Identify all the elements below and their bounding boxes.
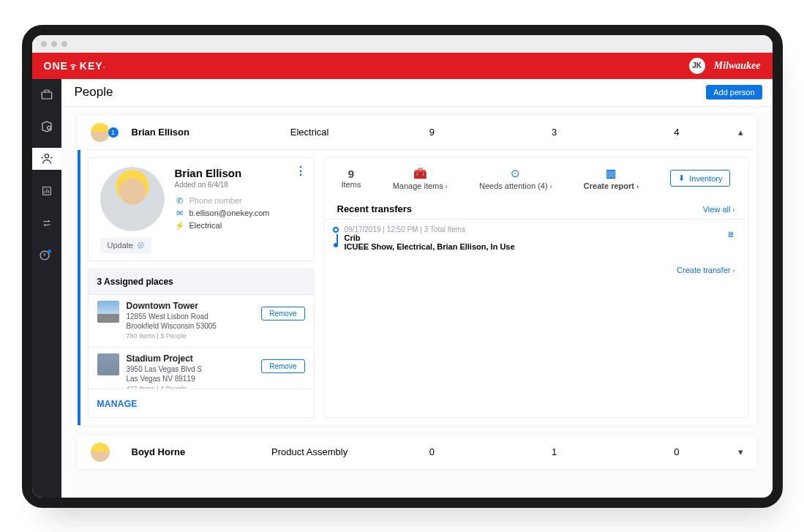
svg-point-0: [72, 68, 74, 70]
timeline-dot-icon: [334, 243, 338, 247]
inventory-button[interactable]: ⬇Inventory: [670, 170, 730, 187]
topbar: ONE KEY. JK Milwaukee: [32, 53, 773, 79]
manage-places-link[interactable]: MANAGE: [97, 399, 138, 409]
sidebar-item-alerts[interactable]: [32, 244, 61, 266]
collapse-icon[interactable]: ▴: [738, 127, 743, 138]
place-meta: 477 Items | 4 People: [127, 385, 187, 388]
person-dept: Product Assembly: [249, 446, 371, 457]
more-menu-icon[interactable]: ⋮: [295, 164, 307, 178]
place-row: Downtown Tower 12855 West Lisbon Road Br…: [89, 295, 314, 348]
page-title: People: [75, 85, 113, 100]
profile-trade: Electrical: [189, 221, 222, 230]
window-dot: [41, 41, 47, 47]
avatar: [91, 123, 110, 142]
window-dot: [51, 41, 57, 47]
sidebar-item-transfers[interactable]: [32, 212, 61, 234]
assigned-places-heading: 3 Assigned places: [89, 269, 314, 295]
items-label: Items: [342, 180, 361, 189]
items-stat: 9 Items: [342, 168, 361, 189]
milwaukee-logo: Milwaukee: [714, 60, 761, 72]
sidebar: [32, 79, 61, 498]
alert-icon: ⊙: [479, 167, 552, 180]
avatar: [91, 443, 110, 462]
briefcase-icon: 🧰: [393, 167, 448, 180]
sidebar-item-people[interactable]: [32, 148, 61, 170]
window-dot: [61, 41, 67, 47]
place-address-2: Las Vegas NV 89119: [127, 375, 195, 383]
document-icon[interactable]: 🗎: [727, 230, 735, 239]
profile-name: Brian Ellison: [175, 167, 270, 179]
person-stat-3: 0: [615, 446, 737, 457]
recent-transfers-heading: Recent transfers: [337, 203, 413, 214]
create-transfer-link[interactable]: Create transfer ›: [677, 266, 735, 274]
place-name: Stadium Project: [127, 353, 255, 365]
svg-point-3: [45, 154, 48, 157]
wifi-icon: [69, 61, 78, 70]
person-card-expanded: 1 Brian Ellison Electrical 9 3 4 ▴ ⋮: [78, 116, 756, 425]
expand-icon[interactable]: ▾: [738, 446, 743, 457]
email-icon: ✉: [175, 209, 185, 218]
needs-attention-link[interactable]: ⊙ Needs attention (4) ›: [479, 167, 552, 190]
place-address-1: 12855 West Lisbon Road: [127, 312, 208, 321]
phone-icon: ✆: [175, 196, 185, 206]
place-thumbnail: [97, 301, 119, 323]
transfer-detail: ICUEE Show, Electrical, Brian Ellison, I…: [345, 242, 735, 251]
profile-avatar: [100, 167, 165, 231]
view-all-link[interactable]: View all ›: [703, 205, 735, 214]
person-stat-3: 4: [615, 127, 737, 138]
update-button[interactable]: Update⦾: [100, 238, 151, 253]
transfer-meta: 09/17/2019 | 12:50 PM | 3 Total Items: [345, 225, 735, 233]
page-header: People Add person: [61, 79, 773, 107]
download-icon: ⬇: [678, 173, 685, 183]
person-dept: Electrical: [249, 127, 371, 138]
svg-point-2: [47, 126, 50, 130]
person-stat-1: 0: [371, 446, 493, 457]
place-name: Downtown Tower: [127, 301, 255, 312]
person-stat-1: 9: [371, 127, 493, 138]
profile-email: b.ellison@onekey.com: [189, 209, 270, 217]
svg-rect-1: [42, 92, 52, 99]
sidebar-item-places[interactable]: [32, 116, 61, 138]
transfer-row[interactable]: 09/17/2019 | 12:50 PM | 3 Total Items Cr…: [324, 219, 748, 258]
sidebar-item-inventory[interactable]: [32, 83, 61, 105]
place-meta: 780 Items | 3 People: [127, 332, 187, 340]
person-row-header[interactable]: 1 Brian Ellison Electrical 9 3 4 ▴: [78, 116, 756, 150]
assigned-places-panel: 3 Assigned places Downtown Tower 12855 W…: [88, 269, 315, 418]
person-row-header[interactable]: Boyd Horne Product Assembly 0 1 0 ▾: [78, 435, 756, 470]
user-avatar-badge[interactable]: JK: [689, 58, 705, 74]
remove-place-button[interactable]: Remove: [261, 307, 304, 321]
manage-items-link[interactable]: 🧰 Manage items ›: [393, 167, 448, 190]
items-count: 9: [342, 168, 361, 180]
place-address-2: Brookfield Wisconsin 53005: [127, 322, 217, 330]
add-person-button[interactable]: Add person: [706, 85, 762, 100]
place-address-1: 3950 Las Vegas Blvd S: [127, 365, 202, 373]
place-row: Stadium Project 3950 Las Vegas Blvd S La…: [89, 348, 314, 389]
sidebar-item-reports[interactable]: [32, 180, 61, 202]
camera-icon: ⦾: [138, 241, 144, 250]
profile-added-date: Added on 6/4/18: [175, 181, 270, 189]
create-report-link[interactable]: ▥ Create report ›: [584, 167, 639, 190]
person-card-collapsed: Boyd Horne Product Assembly 0 1 0 ▾: [78, 435, 756, 470]
activity-panel: 9 Items 🧰 Manage items › ⊙: [323, 157, 749, 418]
trade-icon: ⚡: [175, 221, 185, 231]
phone-placeholder: Phone number: [189, 196, 242, 205]
browser-chrome: [32, 35, 773, 53]
profile-panel: ⋮ Brian Ellison Added on 6/4/18 ✆Phone n…: [88, 157, 315, 261]
place-thumbnail: [97, 353, 119, 375]
report-icon: ▥: [584, 167, 639, 180]
person-stat-2: 1: [493, 446, 615, 457]
onekey-logo: ONE KEY.: [44, 60, 106, 72]
notification-badge: 1: [108, 127, 119, 138]
device-frame: ONE KEY. JK Milwaukee People Add person: [22, 25, 783, 508]
person-name: Boyd Horne: [132, 446, 249, 457]
remove-place-button[interactable]: Remove: [261, 359, 304, 373]
person-stat-2: 3: [493, 127, 615, 138]
timeline-dot-icon: [333, 227, 339, 233]
person-name: Brian Ellison: [132, 127, 249, 138]
transfer-name: Crib: [345, 233, 735, 242]
